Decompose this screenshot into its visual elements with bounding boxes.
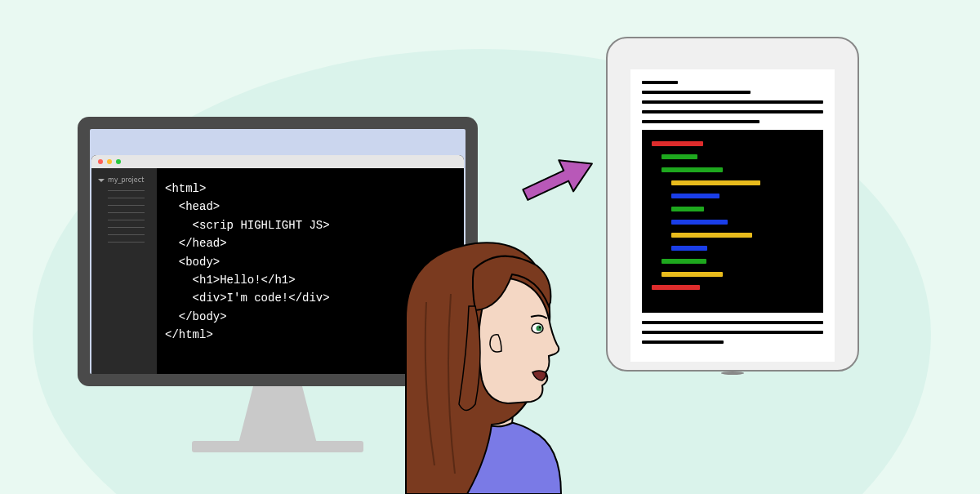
syntax-highlighted-line bbox=[652, 285, 700, 290]
syntax-highlighted-line bbox=[671, 180, 760, 185]
document-text-line bbox=[642, 331, 823, 334]
document-text-line bbox=[642, 110, 823, 113]
chevron-down-icon bbox=[98, 179, 105, 182]
code-line: <scrip HIGHLIGHT JS> bbox=[165, 219, 330, 232]
document-text-line bbox=[642, 340, 724, 344]
syntax-highlighted-line bbox=[662, 272, 723, 277]
file-item[interactable] bbox=[108, 234, 145, 235]
syntax-highlighted-line bbox=[671, 194, 719, 198]
syntax-highlighted-line bbox=[662, 154, 697, 159]
file-item[interactable] bbox=[108, 205, 145, 206]
tablet-home-button[interactable] bbox=[721, 372, 744, 375]
arrow-icon bbox=[508, 135, 606, 216]
tablet-screen bbox=[630, 69, 835, 362]
window-titlebar bbox=[91, 155, 464, 168]
code-line: <head> bbox=[165, 200, 220, 213]
code-line: <html> bbox=[165, 182, 206, 195]
file-item[interactable] bbox=[108, 212, 145, 213]
syntax-highlighted-line bbox=[671, 233, 752, 238]
document-text-line bbox=[642, 321, 823, 324]
code-line: <div>I'm code!</div> bbox=[165, 292, 330, 305]
project-folder[interactable]: my_project bbox=[98, 176, 150, 184]
syntax-highlighted-line bbox=[652, 141, 703, 146]
syntax-highlighted-line bbox=[671, 220, 728, 225]
file-explorer-sidebar: my_project bbox=[91, 168, 157, 374]
code-line: <h1>Hello!</h1> bbox=[165, 274, 296, 287]
close-icon[interactable] bbox=[98, 159, 103, 164]
file-item[interactable] bbox=[108, 190, 145, 191]
file-item[interactable] bbox=[108, 220, 145, 220]
syntax-highlighted-line bbox=[671, 207, 704, 211]
code-line: </head> bbox=[165, 237, 227, 250]
file-item[interactable] bbox=[108, 242, 145, 243]
project-name: my_project bbox=[108, 176, 144, 184]
tablet-device bbox=[606, 37, 859, 372]
maximize-icon[interactable] bbox=[116, 159, 121, 164]
document-text-line bbox=[642, 120, 760, 123]
document-text-line bbox=[642, 91, 751, 94]
svg-point-1 bbox=[537, 326, 542, 332]
minimize-icon[interactable] bbox=[107, 159, 112, 164]
code-line: <body> bbox=[165, 256, 220, 269]
svg-point-2 bbox=[539, 327, 541, 328]
file-item[interactable] bbox=[108, 227, 145, 228]
person-illustration bbox=[377, 220, 606, 494]
code-line: </body> bbox=[165, 310, 227, 323]
monitor-base bbox=[192, 441, 363, 452]
document-text-line bbox=[642, 81, 678, 84]
rendered-code-block bbox=[642, 130, 823, 313]
file-list bbox=[98, 190, 150, 243]
syntax-highlighted-line bbox=[662, 259, 706, 264]
code-line: </html> bbox=[165, 328, 213, 341]
syntax-highlighted-line bbox=[671, 246, 707, 251]
syntax-highlighted-line bbox=[662, 167, 723, 172]
file-item[interactable] bbox=[108, 198, 145, 198]
document-text-line bbox=[642, 100, 823, 104]
